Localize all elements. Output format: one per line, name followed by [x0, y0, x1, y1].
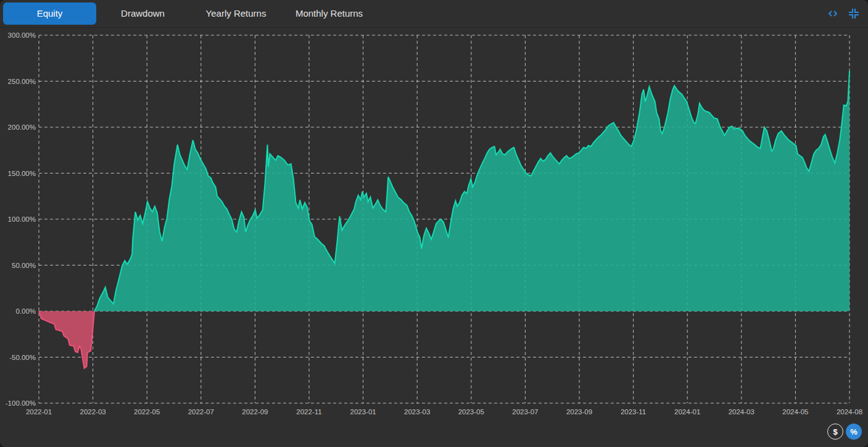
svg-text:2023-03: 2023-03 [404, 408, 430, 416]
chart-canvas: 300.00%250.00%200.00%150.00%100.00%50.00… [0, 28, 868, 447]
code-icon[interactable] [827, 8, 838, 19]
equity-chart-panel: Equity Drawdown Yearly Returns Monthly R… [0, 0, 868, 447]
tab-bar: Equity Drawdown Yearly Returns Monthly R… [0, 0, 868, 28]
svg-text:2024-03: 2024-03 [729, 408, 754, 416]
svg-text:2022-11: 2022-11 [296, 408, 321, 416]
svg-text:300.00%: 300.00% [8, 31, 36, 39]
svg-text:2022-03: 2022-03 [80, 408, 105, 416]
svg-text:2023-09: 2023-09 [566, 408, 592, 416]
svg-text:2022-01: 2022-01 [26, 408, 52, 416]
tab-drawdown[interactable]: Drawdown [96, 2, 189, 25]
svg-text:-100.00%: -100.00% [6, 399, 36, 407]
collapse-icon[interactable] [848, 8, 859, 19]
svg-text:200.00%: 200.00% [8, 123, 36, 131]
unit-toggle: $ % [827, 424, 862, 440]
svg-text:0.00%: 0.00% [15, 307, 36, 315]
svg-text:2022-07: 2022-07 [188, 408, 214, 416]
svg-text:2023-01: 2023-01 [350, 408, 376, 416]
svg-text:2022-09: 2022-09 [242, 408, 268, 416]
svg-text:2024-01: 2024-01 [674, 408, 700, 416]
svg-text:150.00%: 150.00% [8, 170, 36, 177]
svg-text:-50.00%: -50.00% [9, 354, 36, 361]
tab-yearly-returns[interactable]: Yearly Returns [189, 2, 283, 25]
tab-equity[interactable]: Equity [3, 2, 96, 25]
svg-text:50.00%: 50.00% [12, 262, 36, 269]
svg-text:2022-05: 2022-05 [134, 408, 160, 416]
svg-text:2023-05: 2023-05 [458, 408, 484, 416]
svg-text:250.00%: 250.00% [8, 78, 36, 85]
svg-text:2023-07: 2023-07 [512, 408, 538, 416]
svg-text:2023-11: 2023-11 [621, 408, 646, 416]
svg-text:2024-08: 2024-08 [837, 408, 862, 416]
svg-text:100.00%: 100.00% [8, 215, 36, 223]
svg-text:2024-05: 2024-05 [782, 408, 808, 416]
tab-monthly-returns[interactable]: Monthly Returns [283, 2, 376, 25]
toolbar-icons [827, 0, 859, 27]
equity-area-chart: 300.00%250.00%200.00%150.00%100.00%50.00… [0, 28, 868, 447]
dollar-toggle-button[interactable]: $ [827, 424, 843, 440]
percent-toggle-button[interactable]: % [846, 424, 862, 440]
